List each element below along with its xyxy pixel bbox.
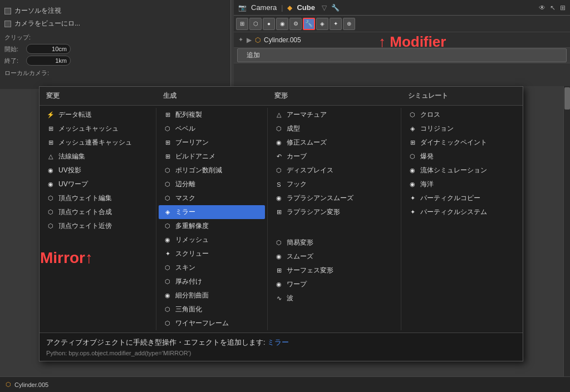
- menu-item-build[interactable]: ⊞ ビルドアニメ: [159, 150, 265, 163]
- toolbar-icon-8[interactable]: ✦: [330, 18, 342, 30]
- menu-item-hook[interactable]: S フック: [270, 177, 399, 191]
- menu-item-particle-instance[interactable]: ✦ パーティクルコピー: [404, 191, 520, 205]
- menu-column-seisee: ⊞ 配列複製 ⬡ ベベル ⊞ ブーリアン ⊞ ビルドアニメ ⬡ ポリゴン数削減 …: [156, 108, 268, 330]
- collision-label: コリジョン: [420, 124, 454, 133]
- menu-item-skin[interactable]: ⬡ スキン: [159, 261, 265, 275]
- menu-item-boolean[interactable]: ⊞ ブーリアン: [159, 136, 265, 150]
- toolbar-icon-4[interactable]: ◉: [276, 18, 288, 30]
- menu-item-dynamic-paint[interactable]: ⊞ ダイナミックペイント: [404, 136, 520, 150]
- screw-icon: ✦: [163, 250, 172, 259]
- toolbar-wrench-icon[interactable]: 🔧: [303, 18, 315, 30]
- remesh-label: リメッシュ: [175, 235, 209, 245]
- menu-item-mesh-cache[interactable]: ⊞ メッシュキャッシュ: [42, 122, 154, 136]
- menu-column-henko: ⚡ データ転送 ⊞ メッシュキャッシュ ⊞ メッシュ連番キャッシュ △ 法線編集…: [40, 108, 156, 330]
- dynamic-paint-icon: ⊞: [408, 138, 417, 147]
- menu-item-wireframe[interactable]: ⬡ ワイヤーフレーム: [159, 316, 265, 330]
- solidify-icon: ⬡: [163, 277, 172, 286]
- wave-label: 波: [287, 294, 293, 303]
- menu-item-array[interactable]: ⊞ 配列複製: [159, 108, 265, 122]
- menu-item-fluid[interactable]: ◉ 流体シミュレーション: [404, 163, 520, 177]
- menu-item-vertex-weight-mix[interactable]: ⬡ 頂点ウェイト合成: [42, 205, 154, 219]
- cursor-focus-item[interactable]: カーソルを注視: [4, 4, 226, 17]
- menu-item-triangulate[interactable]: ⬡ 三角面化: [159, 302, 265, 316]
- mask-icon: ⬡: [163, 194, 172, 203]
- toolbar-icon-5[interactable]: ⚙: [289, 18, 302, 30]
- mirror-icon: ◈: [163, 208, 172, 217]
- menu-item-data-transfer[interactable]: ⚡ データ転送: [42, 108, 154, 122]
- menu-item-correct-smooth[interactable]: ◉ 修正スムーズ: [270, 136, 399, 150]
- clip-end-field[interactable]: 1km: [26, 56, 71, 66]
- menu-item-subdivision[interactable]: ◉ 細分割曲面: [159, 289, 265, 302]
- menu-item-uv-project[interactable]: ◉ UV投影: [42, 163, 154, 177]
- local-camera-row: ローカルカメラ:: [4, 69, 226, 77]
- menu-item-smooth[interactable]: ◉ スムーズ: [270, 250, 399, 264]
- menu-item-curve[interactable]: ↶ カーブ: [270, 150, 399, 163]
- vertex-weight-mix-label: 頂点ウェイト合成: [58, 207, 112, 217]
- menu-item-displace[interactable]: ⬡ ディスプレイス: [270, 163, 399, 177]
- cursor-icon: ↖: [550, 4, 556, 12]
- ocean-icon: ◉: [408, 180, 417, 189]
- menu-item-laplacian-deform[interactable]: ⊞ ラプラシアン変形: [270, 205, 399, 219]
- uv-project-icon: ◉: [46, 166, 55, 175]
- menu-item-edge-split[interactable]: ⬡ 辺分離: [159, 177, 265, 191]
- clip-start-field[interactable]: 10cm: [26, 44, 71, 54]
- cast-icon: ⬡: [274, 125, 283, 133]
- particle-system-icon: ✦: [408, 208, 417, 217]
- armature-label: アーマチュア: [287, 110, 327, 120]
- breadcrumb-home-icon: ✦: [238, 36, 243, 43]
- menu-item-decimate[interactable]: ⬡ ポリゴン数削減: [159, 163, 265, 177]
- menu-item-laplacian-smooth[interactable]: ◉ ラプラシアンスムーズ: [270, 191, 399, 205]
- menu-item-mesh-seq-cache[interactable]: ⊞ メッシュ連番キャッシュ: [42, 136, 154, 150]
- toolbar-icon-7[interactable]: ◈: [316, 18, 328, 30]
- smooth-label: スムーズ: [287, 252, 313, 261]
- menu-item-normal-edit[interactable]: △ 法線編集: [42, 150, 154, 163]
- toolbar-icon-3[interactable]: ●: [263, 18, 275, 30]
- camera-view-item[interactable]: カメラをビューにロ...: [4, 17, 226, 30]
- checkbox-cursor-focus[interactable]: [4, 8, 11, 14]
- menu-item-cast[interactable]: ⬡ 成型: [270, 122, 399, 136]
- menu-item-mirror[interactable]: ◈ ミラー: [159, 205, 265, 219]
- checkbox-camera-view[interactable]: [4, 21, 11, 27]
- normal-edit-icon: △: [46, 152, 55, 161]
- menu-item-armature[interactable]: △ アーマチュア: [270, 108, 399, 122]
- menu-item-simple-deform[interactable]: ⬡ 簡易変形: [270, 236, 399, 250]
- displace-label: ディスプレイス: [287, 166, 333, 175]
- menu-item-vertex-weight-prox[interactable]: ⬡ 頂点ウェイト近傍: [42, 219, 154, 233]
- menu-item-solidify[interactable]: ⬡ 厚み付け: [159, 275, 265, 289]
- array-label: 配列複製: [175, 110, 202, 120]
- menu-item-multiresolution[interactable]: ⬡ 多重解像度: [159, 219, 265, 233]
- laplacian-deform-icon: ⊞: [274, 208, 283, 217]
- menu-body: ⚡ データ転送 ⊞ メッシュキャッシュ ⊞ メッシュ連番キャッシュ △ 法線編集…: [40, 106, 523, 333]
- menu-item-remesh[interactable]: ◉ リメッシュ: [159, 233, 265, 247]
- hook-label: フック: [287, 180, 307, 189]
- menu-item-cloth[interactable]: ⬡ クロス: [404, 108, 520, 122]
- menu-item-collision[interactable]: ◈ コリジョン: [404, 122, 520, 136]
- menu-item-particle-system[interactable]: ✦ パーティクルシステム: [404, 205, 520, 219]
- particle-system-label: パーティクルシステム: [420, 207, 487, 217]
- toolbar-icon-2[interactable]: ⬡: [249, 18, 262, 30]
- menu-item-explode[interactable]: ⬡ 爆発: [404, 150, 520, 163]
- explode-icon: ⬡: [408, 152, 417, 161]
- clip-start-label: 開始:: [4, 45, 24, 53]
- menu-item-mask[interactable]: ⬡ マスク: [159, 191, 265, 205]
- scroll-handle[interactable]: [564, 87, 570, 110]
- menu-item-wave[interactable]: ∿ 波: [270, 291, 399, 305]
- menu-item-ocean[interactable]: ◉ 海洋: [404, 177, 520, 191]
- remesh-icon: ◉: [163, 236, 172, 245]
- toolbar-icon-9[interactable]: ⊕: [343, 18, 355, 30]
- toolbar-icon-1[interactable]: ⊞: [236, 18, 248, 30]
- scrollbar[interactable]: [563, 86, 570, 376]
- eye-icon: 👁: [539, 4, 546, 12]
- menu-item-warp[interactable]: ◉ ワープ: [270, 277, 399, 291]
- simple-deform-label: 簡易変形: [287, 238, 313, 247]
- menu-item-surface-deform[interactable]: ⊞ サーフェス変形: [270, 264, 399, 277]
- mirror-label: ミラー: [175, 207, 195, 217]
- menu-item-uv-warp[interactable]: ◉ UVワープ: [42, 177, 154, 191]
- cylinder-label: Cylinder.005: [264, 36, 301, 44]
- clip-end-row: 終了: 1km: [4, 56, 226, 66]
- menu-item-vertex-weight-edit[interactable]: ⬡ 頂点ウェイト編集: [42, 191, 154, 205]
- menu-item-bevel[interactable]: ⬡ ベベル: [159, 122, 265, 136]
- menu-item-screw[interactable]: ✦ スクリュー: [159, 247, 265, 261]
- mesh-seq-cache-label: メッシュ連番キャッシュ: [58, 138, 132, 147]
- laplacian-smooth-label: ラプラシアンスムーズ: [287, 193, 353, 203]
